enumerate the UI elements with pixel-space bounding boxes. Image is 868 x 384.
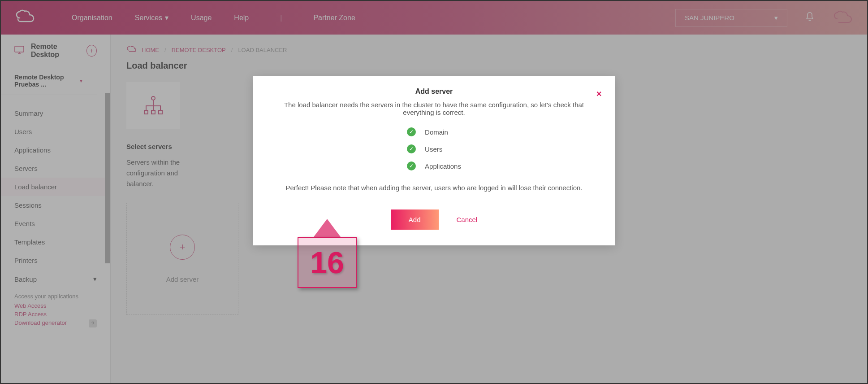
modal-note: Perfect! Please note that when adding th… <box>273 184 595 192</box>
check-icon: ✓ <box>407 127 416 136</box>
modal-description: The load balancer needs the servers in t… <box>273 101 595 116</box>
add-button[interactable]: Add <box>391 209 439 230</box>
check-item-users: ✓ Users <box>407 144 442 153</box>
callout-box: 16 <box>298 237 357 288</box>
cancel-button[interactable]: Cancel <box>457 216 478 223</box>
check-item-domain: ✓ Domain <box>407 127 448 136</box>
check-list: ✓ Domain ✓ Users ✓ Applications <box>407 127 461 170</box>
check-label-domain: Domain <box>425 128 448 136</box>
callout-number: 16 <box>310 245 344 280</box>
step-callout: 16 <box>298 219 357 288</box>
close-icon[interactable]: ✕ <box>596 90 602 98</box>
modal-title: Add server <box>273 87 595 96</box>
check-label-applications: Applications <box>425 162 461 170</box>
check-icon: ✓ <box>407 144 416 153</box>
callout-arrow-icon <box>314 219 341 237</box>
check-label-users: Users <box>425 145 442 153</box>
check-icon: ✓ <box>407 161 416 170</box>
check-item-applications: ✓ Applications <box>407 161 461 170</box>
